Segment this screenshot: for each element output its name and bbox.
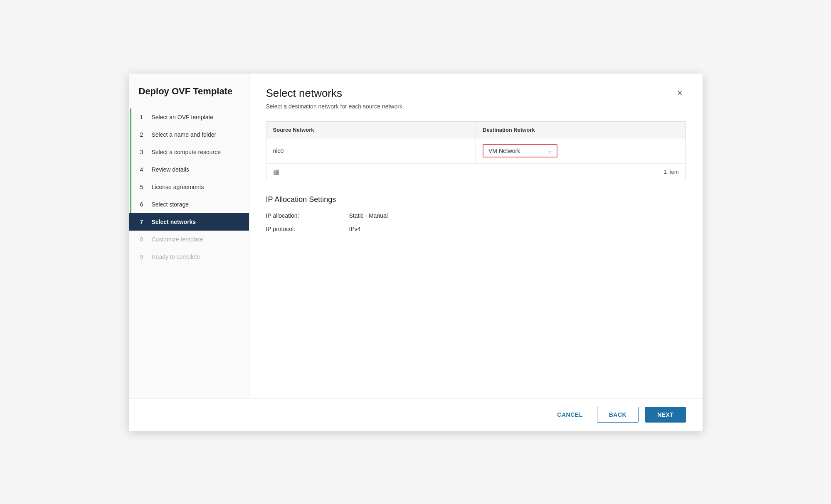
sidebar-step-9: 9 Ready to complete	[129, 248, 249, 266]
item-count: 1 item	[664, 169, 678, 175]
step-label-3: Select a compute resource	[152, 149, 221, 155]
sidebar-step-7[interactable]: 7 Select networks	[129, 213, 249, 231]
columns-icon[interactable]: ▦	[273, 168, 279, 176]
source-network-cell: nic0	[266, 138, 476, 163]
ip-allocation-label: IP allocation:	[266, 212, 349, 219]
step-number-7: 7	[140, 219, 148, 225]
col-source-network: Source Network	[266, 121, 476, 138]
table-footer: ▦ 1 item	[273, 168, 679, 176]
table-header: Source Network Destination Network	[266, 121, 686, 138]
table-body: nic0 VM Network ⌄ ▦	[266, 138, 686, 180]
step-label-1: Select an OVF template	[152, 114, 214, 120]
step-label-5: License agreements	[152, 184, 204, 190]
ip-protocol-value: IPv4	[349, 226, 361, 232]
back-button[interactable]: BACK	[597, 407, 639, 423]
sidebar-step-8: 8 Customize template	[129, 231, 249, 248]
main-header: Select networks ×	[266, 87, 686, 100]
step-label-8: Customize template	[152, 236, 203, 243]
step-label-2: Select a name and folder	[152, 131, 217, 138]
main-content: Select networks × Select a destination n…	[249, 74, 703, 398]
sidebar-title: Deploy OVF Template	[129, 86, 249, 108]
sidebar-step-1[interactable]: 1 Select an OVF template	[129, 108, 249, 126]
ip-protocol-label: IP protocol:	[266, 226, 349, 232]
step-number-1: 1	[140, 114, 148, 120]
table-footer-cell: ▦ 1 item	[266, 163, 686, 180]
ip-allocation-row-2: IP protocol: IPv4	[266, 226, 686, 232]
step-number-2: 2	[140, 131, 148, 138]
col-destination-network: Destination Network	[476, 121, 686, 138]
sidebar-steps: 1 Select an OVF template 2 Select a name…	[129, 108, 249, 266]
destination-network-select[interactable]: VM Network ⌄	[483, 144, 557, 157]
step-number-4: 4	[140, 166, 148, 173]
ip-allocation-value: Static - Manual	[349, 212, 388, 219]
table-footer-left: ▦	[273, 168, 279, 176]
deploy-ovf-dialog: Deploy OVF Template 1 Select an OVF temp…	[129, 74, 703, 431]
destination-network-cell: VM Network ⌄	[476, 138, 686, 163]
dialog-body: Deploy OVF Template 1 Select an OVF temp…	[129, 74, 703, 398]
step-label-4: Review details	[152, 166, 189, 173]
page-subtitle: Select a destination network for each so…	[266, 103, 686, 110]
next-button[interactable]: NEXT	[645, 407, 686, 423]
sidebar-step-2[interactable]: 2 Select a name and folder	[129, 126, 249, 143]
ip-allocation-title: IP Allocation Settings	[266, 195, 686, 204]
step-number-5: 5	[140, 184, 148, 190]
sidebar-step-4[interactable]: 4 Review details	[129, 161, 249, 178]
chevron-down-icon: ⌄	[547, 148, 552, 154]
destination-network-value: VM Network	[488, 148, 543, 154]
network-table: Source Network Destination Network nic0 …	[266, 121, 686, 180]
step-number-6: 6	[140, 201, 148, 208]
sidebar-step-6[interactable]: 6 Select storage	[129, 196, 249, 213]
step-number-8: 8	[140, 236, 148, 243]
step-label-6: Select storage	[152, 201, 189, 208]
sidebar: Deploy OVF Template 1 Select an OVF temp…	[129, 74, 249, 398]
cancel-button[interactable]: CANCEL	[550, 407, 590, 422]
step-number-9: 9	[140, 253, 148, 260]
sidebar-step-5[interactable]: 5 License agreements	[129, 178, 249, 196]
step-label-7: Select networks	[152, 219, 196, 225]
dialog-footer: CANCEL BACK NEXT	[129, 398, 703, 431]
sidebar-step-3[interactable]: 3 Select a compute resource	[129, 143, 249, 161]
page-title: Select networks	[266, 87, 343, 100]
step-number-3: 3	[140, 149, 148, 155]
close-button[interactable]: ×	[674, 87, 686, 99]
table-footer-row: ▦ 1 item	[266, 163, 686, 180]
step-label-9: Ready to complete	[152, 253, 200, 260]
table-row: nic0 VM Network ⌄	[266, 138, 686, 163]
ip-allocation-row-1: IP allocation: Static - Manual	[266, 212, 686, 219]
ip-allocation-section: IP Allocation Settings IP allocation: St…	[266, 195, 686, 239]
